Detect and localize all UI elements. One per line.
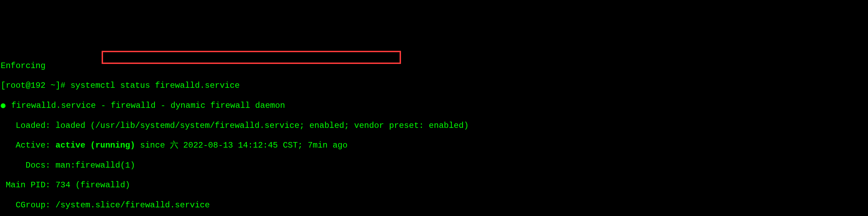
active-status: active (running): [55, 141, 135, 150]
text: firewalld.service - firewalld - dynamic …: [11, 101, 285, 110]
command: systemctl status firewalld.service: [71, 81, 240, 90]
prompt: [root@192 ~]#: [1, 81, 71, 90]
text: Enforcing: [1, 61, 46, 71]
status-dot-icon: [1, 103, 6, 108]
service-header: firewalld.service - firewalld - dynamic …: [1, 101, 867, 111]
terminal[interactable]: Enforcing [root@192 ~]# systemctl status…: [0, 50, 868, 216]
main-pid-line: Main PID: 734 (firewalld): [1, 180, 867, 190]
loaded-line: Loaded: loaded (/usr/lib/systemd/system/…: [1, 121, 867, 131]
docs-line: Docs: man:firewalld(1): [1, 161, 867, 171]
label: Active:: [1, 141, 55, 150]
since-text: since 六 2022-08-13 14:12:45 CST; 7min ag…: [135, 141, 348, 150]
output-line: Enforcing: [1, 61, 867, 71]
prompt-line-1: [root@192 ~]# systemctl status firewalld…: [1, 81, 867, 91]
active-line: Active: active (running) since 六 2022-08…: [1, 141, 867, 151]
cgroup-line: CGroup: /system.slice/firewalld.service: [1, 200, 867, 210]
